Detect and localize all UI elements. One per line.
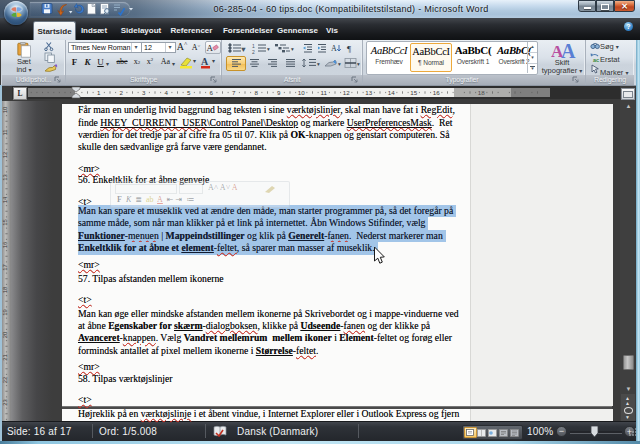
svg-text:18: 18	[478, 89, 485, 96]
svg-text:▾: ▾	[291, 46, 294, 52]
svg-text:22: 22	[2, 377, 8, 383]
svg-text:18: 18	[2, 287, 8, 293]
svg-text:13: 13	[2, 174, 8, 180]
svg-text:A: A	[207, 43, 214, 53]
svg-text:15: 15	[410, 89, 417, 96]
svg-text:10: 10	[2, 107, 8, 113]
svg-text:A: A	[331, 44, 337, 53]
svg-text:▾: ▾	[317, 61, 320, 67]
svg-text:A: A	[201, 56, 209, 67]
svg-text:16: 16	[433, 89, 440, 96]
svg-text:20: 20	[2, 332, 8, 338]
svg-text:10: 10	[298, 89, 305, 96]
svg-text:3: 3	[142, 89, 146, 96]
svg-text:6: 6	[210, 89, 214, 96]
svg-text:19: 19	[2, 309, 8, 315]
svg-text:▾: ▾	[267, 46, 270, 52]
svg-text:8: 8	[255, 89, 259, 96]
svg-text:4: 4	[165, 89, 169, 96]
svg-text:11: 11	[321, 89, 328, 96]
svg-text:9: 9	[277, 89, 281, 96]
svg-text:2: 2	[120, 89, 124, 96]
svg-text:▾: ▾	[357, 61, 360, 67]
svg-text:▾: ▾	[212, 58, 215, 64]
svg-text:A: A	[561, 41, 576, 59]
svg-text:15: 15	[2, 219, 8, 225]
svg-text:12: 12	[343, 89, 350, 96]
svg-text:5: 5	[187, 89, 191, 96]
svg-text:2: 2	[252, 49, 255, 55]
svg-text:11: 11	[2, 129, 8, 135]
svg-text:14: 14	[2, 196, 8, 203]
svg-text:▾: ▾	[193, 58, 196, 64]
svg-text:7: 7	[232, 89, 236, 96]
svg-text:14: 14	[388, 89, 395, 96]
svg-text:16: 16	[2, 242, 8, 248]
svg-text:▾: ▾	[338, 61, 341, 67]
svg-text:23: 23	[2, 399, 8, 405]
svg-text:¶: ¶	[347, 44, 351, 54]
svg-text:17: 17	[2, 264, 8, 270]
svg-text:ac: ac	[593, 57, 599, 63]
svg-text:13: 13	[365, 89, 372, 96]
svg-text:▾: ▾	[242, 46, 245, 52]
svg-text:21: 21	[2, 354, 8, 360]
svg-text:12: 12	[2, 152, 8, 158]
svg-text:1: 1	[97, 89, 101, 96]
